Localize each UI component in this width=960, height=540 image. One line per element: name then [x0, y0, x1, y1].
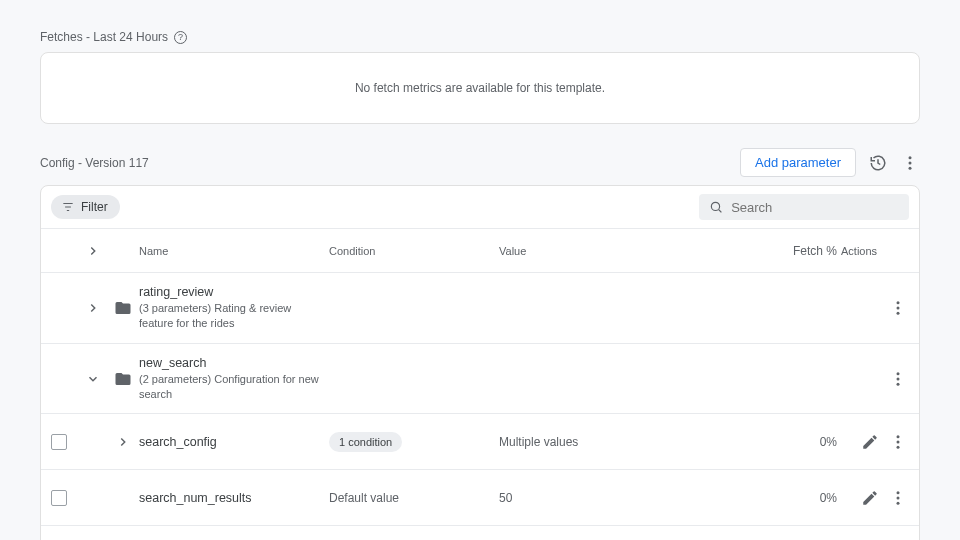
search-input[interactable] [731, 200, 899, 215]
svg-point-15 [897, 440, 900, 443]
chevron-right-icon[interactable] [109, 431, 137, 453]
folder-icon [109, 295, 137, 321]
help-icon[interactable]: ? [174, 31, 187, 44]
overflow-menu-icon[interactable] [900, 153, 920, 173]
row-overflow-icon[interactable] [889, 433, 907, 451]
col-fetch-header: Fetch % [779, 240, 839, 262]
row-fetch: 0% [779, 487, 839, 509]
table-row[interactable]: search_config 1 condition Multiple value… [41, 413, 919, 469]
svg-point-18 [897, 496, 900, 499]
row-checkbox[interactable] [51, 490, 67, 506]
row-overflow-icon[interactable] [889, 370, 907, 388]
table-row[interactable]: search_num_results Default value 50 0% [41, 469, 919, 525]
row-condition: Default value [327, 487, 497, 509]
row-subtitle: (2 parameters) Configuration for new sea… [139, 372, 319, 402]
row-name: new_search [139, 356, 325, 370]
svg-point-13 [897, 382, 900, 385]
config-table: Filter Name Condition Value Fetch % Acti… [40, 185, 920, 540]
svg-point-11 [897, 372, 900, 375]
table-row[interactable]: new_search (2 parameters) Configuration … [41, 343, 919, 414]
svg-point-1 [909, 161, 912, 164]
expand-all-icon[interactable] [77, 240, 109, 262]
svg-point-6 [711, 202, 719, 210]
chevron-right-icon[interactable] [77, 297, 109, 319]
edit-icon[interactable] [861, 433, 879, 451]
svg-point-14 [897, 435, 900, 438]
svg-point-0 [909, 156, 912, 159]
row-overflow-icon[interactable] [889, 299, 907, 317]
fetches-title: Fetches - Last 24 Hours ? [40, 30, 920, 44]
svg-point-10 [897, 312, 900, 315]
folder-icon [109, 366, 137, 392]
history-icon[interactable] [868, 153, 888, 173]
row-subtitle: (3 parameters) Rating & review feature f… [139, 301, 319, 331]
row-name: search_num_results [139, 491, 325, 505]
svg-point-12 [897, 377, 900, 380]
condition-pill: 1 condition [329, 432, 402, 452]
svg-point-2 [909, 166, 912, 169]
row-name: search_config [139, 435, 325, 449]
table-header: Name Condition Value Fetch % Actions [41, 228, 919, 272]
filter-chip[interactable]: Filter [51, 195, 120, 219]
table-row[interactable]: rating_review (3 parameters) Rating & re… [41, 272, 919, 343]
fetches-empty-card: No fetch metrics are available for this … [40, 52, 920, 124]
fetches-empty-text: No fetch metrics are available for this … [355, 81, 605, 95]
filter-label: Filter [81, 200, 108, 214]
edit-icon[interactable] [861, 489, 879, 507]
col-name-header: Name [137, 241, 327, 261]
row-value: 50 [497, 487, 697, 509]
add-parameter-button[interactable]: Add parameter [740, 148, 856, 177]
svg-point-19 [897, 502, 900, 505]
table-row[interactable]: zombie (3 parameters) All params related… [41, 525, 919, 540]
search-icon [709, 199, 723, 215]
row-value: Multiple values [497, 431, 697, 453]
row-overflow-icon[interactable] [889, 489, 907, 507]
row-fetch: 0% [779, 431, 839, 453]
svg-point-9 [897, 306, 900, 309]
svg-point-17 [897, 491, 900, 494]
svg-point-16 [897, 446, 900, 449]
config-title: Config - Version 117 [40, 156, 149, 170]
row-name: rating_review [139, 285, 325, 299]
col-value-header: Value [497, 241, 697, 261]
search-box[interactable] [699, 194, 909, 220]
col-actions-header: Actions [839, 241, 909, 261]
fetches-title-text: Fetches - Last 24 Hours [40, 30, 168, 44]
svg-point-8 [897, 301, 900, 304]
chevron-down-icon[interactable] [77, 368, 109, 390]
svg-line-7 [719, 210, 722, 213]
col-condition-header: Condition [327, 241, 497, 261]
row-checkbox[interactable] [51, 434, 67, 450]
